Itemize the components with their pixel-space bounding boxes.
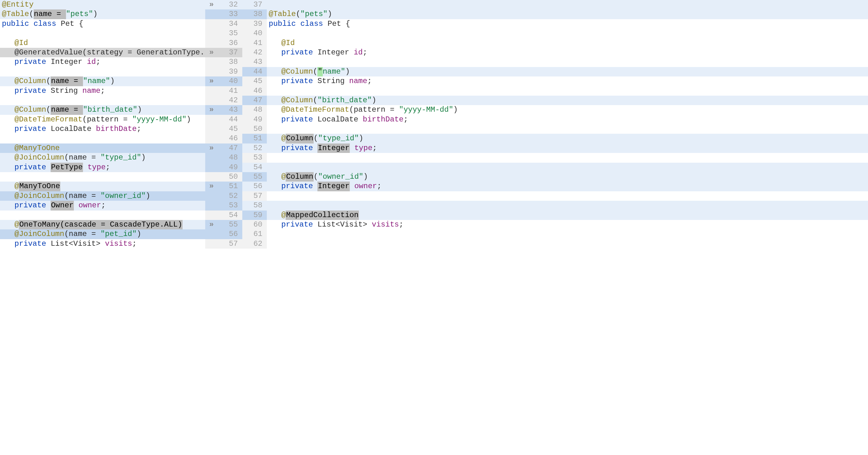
code-line-right[interactable] [267, 29, 868, 38]
line-number-right[interactable]: 54 [242, 163, 267, 172]
line-number-left[interactable]: 51 [218, 181, 242, 191]
line-number-right[interactable]: 59 [242, 210, 267, 220]
code-line-left[interactable]: @ManyToOne [0, 181, 205, 191]
line-number-right[interactable]: 38 [242, 9, 267, 19]
code-line-right[interactable]: @Column("birth_date") [267, 96, 868, 105]
line-number-right[interactable]: 48 [242, 105, 267, 115]
line-number-right[interactable]: 40 [242, 29, 267, 38]
code-line-right[interactable] [267, 229, 868, 239]
line-number-right[interactable]: 55 [242, 172, 267, 181]
line-number-right[interactable]: 56 [242, 181, 267, 191]
line-number-left[interactable]: 39 [218, 67, 242, 77]
line-number-left[interactable]: 38 [218, 57, 242, 67]
code-line-left[interactable]: @OneToMany(cascade = CascadeType.ALL) [0, 220, 205, 229]
code-line-left[interactable] [0, 29, 205, 38]
line-number-left[interactable]: 43 [218, 105, 242, 115]
merge-arrow-icon[interactable]: » [205, 143, 218, 153]
merge-arrow-icon[interactable]: » [205, 0, 218, 9]
merge-arrow-icon[interactable]: » [205, 77, 218, 86]
code-line-left[interactable]: @DateTimeFormat(pattern = "yyyy-MM-dd") [0, 115, 205, 124]
code-line-left[interactable]: @GeneratedValue(strategy = GenerationTyp… [0, 48, 205, 57]
line-number-right[interactable]: 61 [242, 229, 267, 239]
code-line-right[interactable] [267, 163, 868, 172]
line-number-left[interactable]: 45 [218, 124, 242, 134]
line-number-left[interactable]: 48 [218, 153, 242, 162]
line-number-right[interactable]: 53 [242, 153, 267, 162]
code-line-right[interactable]: @DateTimeFormat(pattern = "yyyy-MM-dd") [267, 105, 868, 115]
code-line-left[interactable]: private PetType type; [0, 163, 205, 172]
code-line-left[interactable] [0, 96, 205, 105]
code-line-right[interactable]: private Integer owner; [267, 181, 868, 191]
line-number-left[interactable]: 47 [218, 143, 242, 153]
line-number-left[interactable]: 50 [218, 172, 242, 181]
code-line-right[interactable] [267, 124, 868, 134]
diff-pane-right[interactable]: @Table("pets")public class Pet {@Idpriva… [267, 0, 868, 249]
code-line-right[interactable] [267, 57, 868, 67]
code-line-right[interactable] [267, 239, 868, 249]
code-line-left[interactable]: @JoinColumn(name = "type_id") [0, 153, 205, 162]
line-number-left[interactable]: 42 [218, 96, 242, 105]
merge-arrow-icon[interactable]: » [205, 48, 218, 57]
line-number-left[interactable]: 36 [218, 38, 242, 48]
line-number-right[interactable]: 42 [242, 48, 267, 57]
line-number-left[interactable]: 41 [218, 86, 242, 96]
code-line-left[interactable]: @Entity [0, 0, 205, 9]
line-number-left[interactable]: 32 [218, 0, 242, 9]
line-number-right[interactable]: 58 [242, 201, 267, 210]
line-number-left[interactable]: 57 [218, 239, 242, 249]
code-line-left[interactable]: private Owner owner; [0, 201, 205, 210]
line-number-right[interactable]: 60 [242, 220, 267, 229]
code-line-left[interactable]: @Column(name = "name") [0, 77, 205, 86]
code-line-right[interactable] [267, 0, 868, 9]
code-line-left[interactable]: @Table(name = "pets") [0, 9, 205, 19]
line-number-left[interactable]: 35 [218, 29, 242, 38]
merge-arrow-icon[interactable]: » [205, 181, 218, 191]
line-number-right[interactable]: 44 [242, 67, 267, 77]
code-line-right[interactable]: private LocalDate birthDate; [267, 115, 868, 124]
line-number-left[interactable]: 44 [218, 115, 242, 124]
merge-arrow-icon[interactable]: » [205, 220, 218, 229]
code-line-right[interactable]: @Column("type_id") [267, 134, 868, 143]
code-line-right[interactable] [267, 201, 868, 210]
line-number-left[interactable]: 55 [218, 220, 242, 229]
code-line-left[interactable]: private Integer id; [0, 57, 205, 67]
line-number-right[interactable]: 52 [242, 143, 267, 153]
code-line-left[interactable]: @JoinColumn(name = "owner_id") [0, 191, 205, 201]
code-line-left[interactable]: @Column(name = "birth_date") [0, 105, 205, 115]
code-line-right[interactable]: @Column("owner_id") [267, 172, 868, 181]
line-number-right[interactable]: 37 [242, 0, 267, 9]
line-number-left[interactable]: 40 [218, 77, 242, 86]
code-line-left[interactable]: public class Pet { [0, 19, 205, 29]
line-number-left[interactable]: 49 [218, 163, 242, 172]
code-line-right[interactable]: @Table("pets") [267, 9, 868, 19]
code-line-right[interactable] [267, 153, 868, 162]
line-number-right[interactable]: 45 [242, 77, 267, 86]
code-line-left[interactable]: private String name; [0, 86, 205, 96]
merge-arrow-icon[interactable]: » [205, 105, 218, 115]
line-number-left[interactable]: 46 [218, 134, 242, 143]
code-line-left[interactable]: @ManyToOne [0, 143, 205, 153]
code-line-right[interactable]: @Column("name") [267, 67, 868, 77]
code-line-left[interactable]: @JoinColumn(name = "pet_id") [0, 229, 205, 239]
code-line-right[interactable]: public class Pet { [267, 19, 868, 29]
line-number-left[interactable]: 56 [218, 229, 242, 239]
line-number-left[interactable]: 53 [218, 201, 242, 210]
line-number-right[interactable]: 49 [242, 115, 267, 124]
line-number-left[interactable]: 54 [218, 210, 242, 220]
line-number-right[interactable]: 51 [242, 134, 267, 143]
line-number-left[interactable]: 33 [218, 9, 242, 19]
code-line-right[interactable]: private List<Visit> visits; [267, 220, 868, 229]
line-number-right[interactable]: 46 [242, 86, 267, 96]
code-line-right[interactable]: private Integer type; [267, 143, 868, 153]
line-number-right[interactable]: 50 [242, 124, 267, 134]
code-line-right[interactable]: private Integer id; [267, 48, 868, 57]
line-number-right[interactable]: 43 [242, 57, 267, 67]
code-line-right[interactable] [267, 86, 868, 96]
line-number-left[interactable]: 34 [218, 19, 242, 29]
code-line-left[interactable] [0, 67, 205, 77]
code-line-left[interactable]: private LocalDate birthDate; [0, 124, 205, 134]
line-number-right[interactable]: 39 [242, 19, 267, 29]
code-line-left[interactable] [0, 210, 205, 220]
code-line-right[interactable]: @Id [267, 38, 868, 48]
code-line-left[interactable]: @Id [0, 38, 205, 48]
